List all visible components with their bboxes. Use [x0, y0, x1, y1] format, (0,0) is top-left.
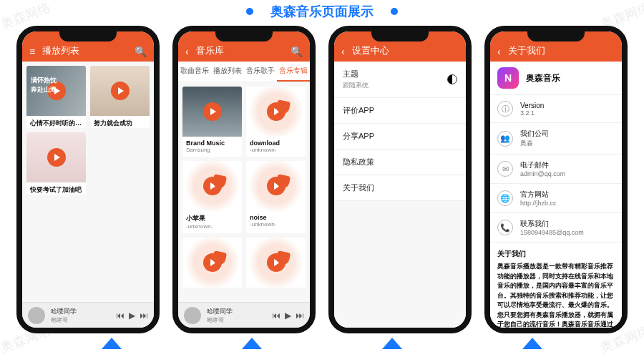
row-value: 1580949485@qq.com — [520, 229, 584, 236]
library-tabs: 歌曲音乐 播放列表 音乐歌手 音乐专辑 — [178, 62, 310, 82]
about-row-email[interactable]: ✉ 电子邮件admin@qq.com — [490, 155, 622, 184]
card-title: 快要考试了加油吧 — [26, 182, 86, 195]
appbar: ‹ 设置中心 — [334, 31, 466, 62]
about-text-block: 关于我们 奥森音乐播放器是一款带有精彩音乐推荐功能的播放器，同时支持在线音乐和本… — [490, 243, 622, 328]
np-title: 哈喽同学 — [51, 308, 77, 315]
now-playing-bar[interactable]: 哈喽同学 咆哮哥 ⏮ ▶ ⏭ — [22, 302, 154, 328]
album-art-icon — [28, 307, 45, 324]
about-content: N 奥森音乐 ⓘ Version3.2.1 👥 我们公司奥森 ✉ 电子邮件adm… — [490, 62, 622, 328]
album-card[interactable] — [246, 238, 306, 288]
page-title: 奥森音乐页面展示 — [270, 3, 374, 20]
back-icon[interactable]: ‹ — [341, 46, 345, 57]
album-art-icon — [184, 307, 201, 324]
appbar: ‹ 关于我们 — [490, 31, 622, 62]
np-artist: 咆哮哥 — [51, 316, 110, 324]
row-value: admin@qq.com — [520, 170, 565, 177]
phone-settings: ‹ 设置中心 主题 跟随系统 评价APP 分享APP 隐私政策 关于我们 — [328, 26, 472, 333]
playlist-card[interactable]: 满怀热忱奔赴山海 心情不好时听的歌曲 — [26, 66, 86, 128]
appbar-title: 播放列表 — [42, 44, 127, 57]
settings-row-share[interactable]: 分享APP — [334, 124, 466, 150]
about-body: 奥森音乐播放器是一款带有精彩音乐推荐功能的播放器，同时支持在线音乐和本地音乐的播… — [497, 262, 615, 328]
card-sub: -unknown- — [246, 147, 306, 157]
album-card[interactable] — [182, 238, 242, 288]
card-sub: -unknown- — [246, 221, 306, 231]
row-label: 联系我们 — [520, 219, 584, 229]
np-artist: 咆哮哥 — [207, 316, 266, 324]
phone-playlist: ≡ 播放列表 🔍 满怀热忱奔赴山海 心情不好时听的歌曲 努力就会成功 快要考试了… — [16, 26, 160, 333]
settings-list: 主题 跟随系统 评价APP 分享APP 隐私政策 关于我们 — [334, 62, 466, 328]
search-icon[interactable]: 🔍 — [135, 46, 147, 57]
card-title: 心情不好时听的歌曲 — [26, 116, 86, 128]
people-icon: 👥 — [497, 131, 513, 147]
next-icon[interactable]: ⏭ — [296, 310, 304, 321]
settings-row-theme[interactable]: 主题 跟随系统 — [334, 62, 466, 98]
app-logo-icon: N — [497, 67, 519, 89]
appbar: ≡ 播放列表 🔍 — [22, 31, 154, 62]
showcase-header: 奥森音乐页面展示 — [0, 0, 644, 20]
playlist-card[interactable]: 快要考试了加油吧 — [26, 132, 86, 195]
now-playing-bar[interactable]: 哈喽同学 咆哮哥 ⏮ ▶ ⏭ — [178, 302, 310, 328]
album-card[interactable]: Brand Music Samsung — [182, 87, 242, 157]
prev-icon[interactable]: ⏮ — [116, 310, 125, 321]
triangle-icon — [102, 338, 122, 349]
play-icon[interactable]: ▶ — [129, 310, 135, 321]
theme-value: 跟随系统 — [343, 81, 369, 90]
globe-icon: 🌐 — [497, 190, 513, 206]
back-icon[interactable]: ‹ — [497, 46, 501, 57]
album-card[interactable]: noise -unknown- — [246, 161, 306, 233]
info-icon: ⓘ — [497, 101, 513, 117]
tab-albums[interactable]: 音乐专辑 — [277, 62, 310, 82]
menu-icon[interactable]: ≡ — [29, 46, 35, 57]
card-title: 努力就会成功 — [90, 116, 150, 128]
tab-playlists[interactable]: 播放列表 — [211, 62, 244, 82]
album-card[interactable]: 小苹果 -unknown- — [182, 161, 242, 233]
phone-library: ‹ 音乐库 🔍 歌曲音乐 播放列表 音乐歌手 音乐专辑 Brand Music … — [172, 26, 316, 333]
appbar: ‹ 音乐库 🔍 — [178, 31, 310, 62]
row-label: 隐私政策 — [343, 157, 374, 167]
playlist-card[interactable]: 努力就会成功 — [90, 66, 150, 128]
play-icon[interactable] — [203, 102, 222, 121]
theme-label: 主题 — [343, 69, 358, 78]
appbar-title: 设置中心 — [352, 44, 459, 57]
card-title: download — [246, 137, 306, 147]
app-name: 奥森音乐 — [526, 72, 560, 84]
phones-row: ≡ 播放列表 🔍 满怀热忱奔赴山海 心情不好时听的歌曲 努力就会成功 快要考试了… — [0, 26, 644, 333]
np-title: 哈喽同学 — [207, 308, 233, 315]
tab-songs[interactable]: 歌曲音乐 — [178, 62, 211, 82]
appbar-title: 音乐库 — [196, 44, 283, 57]
about-row-contact[interactable]: 📞 联系我们1580949485@qq.com — [490, 213, 622, 243]
about-row-company[interactable]: 👥 我们公司奥森 — [490, 123, 622, 155]
triangle-icon — [522, 338, 542, 349]
play-icon[interactable] — [47, 148, 66, 167]
tab-artists[interactable]: 音乐歌手 — [244, 62, 277, 82]
row-label: 电子邮件 — [520, 160, 565, 170]
phone-icon: 📞 — [497, 220, 513, 235]
triangle-icon — [382, 338, 402, 349]
appbar-title: 关于我们 — [508, 44, 615, 57]
settings-row-about[interactable]: 关于我们 — [334, 175, 466, 201]
about-row-website[interactable]: 🌐 官方网站http://jhzb.cc — [490, 184, 622, 213]
row-label: 评价APP — [343, 105, 374, 116]
play-icon[interactable]: ▶ — [285, 310, 291, 321]
about-row-version[interactable]: ⓘ Version3.2.1 — [490, 95, 622, 123]
card-sub: -unknown- — [182, 223, 242, 233]
settings-row-rate[interactable]: 评价APP — [334, 98, 466, 124]
row-value: http://jhzb.cc — [520, 200, 557, 207]
search-icon[interactable]: 🔍 — [291, 46, 303, 57]
row-label: 分享APP — [343, 131, 374, 142]
play-icon[interactable] — [111, 82, 130, 100]
row-value: 奥森 — [520, 139, 549, 148]
card-title: 小苹果 — [182, 211, 242, 223]
prev-icon[interactable]: ⏮ — [272, 310, 280, 321]
next-icon[interactable]: ⏭ — [140, 310, 148, 321]
card-title: noise — [246, 211, 306, 221]
card-title: Brand Music — [182, 137, 242, 147]
settings-row-privacy[interactable]: 隐私政策 — [334, 150, 466, 175]
row-label: 官方网站 — [520, 190, 557, 200]
album-card[interactable]: download -unknown- — [246, 87, 306, 157]
library-content: Brand Music Samsung download -unknown- 小… — [178, 82, 310, 302]
phone-about: ‹ 关于我们 N 奥森音乐 ⓘ Version3.2.1 👥 我们公司奥森 ✉ … — [484, 26, 628, 333]
row-label: 关于我们 — [343, 182, 374, 193]
back-icon[interactable]: ‹ — [185, 46, 189, 57]
decoration-dot — [246, 8, 253, 15]
